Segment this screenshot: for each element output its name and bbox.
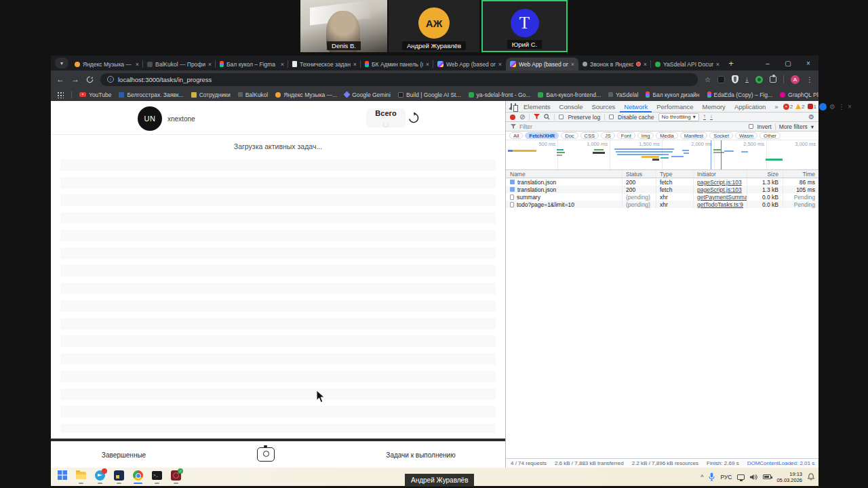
- invert-checkbox[interactable]: [749, 124, 753, 129]
- tab-yandex-music[interactable]: Яндекс Музыка — с×: [71, 58, 143, 70]
- video-tile-denis[interactable]: Denis B.: [300, 0, 387, 52]
- bookmark-belgosstrah[interactable]: Белгосстрах. Заявк...: [119, 92, 183, 98]
- filter-pill-fetch-xhr[interactable]: Fetch/XHR: [525, 132, 559, 139]
- devtools-tab-console[interactable]: Console: [555, 101, 587, 113]
- filter-funnel-icon[interactable]: [534, 114, 540, 120]
- devtools-tab-elements[interactable]: Elements: [519, 101, 555, 113]
- tab-balkukol-profile[interactable]: BalKukol — Профиль×: [143, 58, 216, 70]
- filter-pill-media[interactable]: Media: [656, 132, 677, 139]
- inspect-element-icon[interactable]: [511, 103, 512, 110]
- more-filters-button[interactable]: More filters: [779, 123, 808, 130]
- filter-pill-doc[interactable]: Doc: [561, 132, 578, 139]
- tab-close-icon[interactable]: ×: [281, 61, 284, 68]
- side-panel-icon[interactable]: [717, 76, 725, 83]
- disable-cache-checkbox[interactable]: [609, 115, 614, 119]
- bookmark-bal-kukol-frontend[interactable]: Бал-кукол-frontend...: [538, 92, 601, 98]
- filter-input[interactable]: Filter: [519, 123, 745, 130]
- extension-icon[interactable]: [755, 76, 763, 83]
- request-row[interactable]: summary (pending) xhr getPaymentSummary.…: [506, 193, 818, 201]
- terminal-button[interactable]: >_: [151, 470, 163, 484]
- request-row[interactable]: todo?page=1&limit=10 (pending) xhr getTo…: [506, 201, 818, 208]
- devtools-tab-performance[interactable]: Performance: [652, 101, 697, 113]
- bookmark-ya-sdelal-front[interactable]: ya-sdelal-front - Go...: [469, 92, 531, 98]
- window-close-button[interactable]: ×: [798, 56, 818, 70]
- column-size[interactable]: Size: [747, 170, 783, 178]
- initiator-link[interactable]: pageScript.js:103: [697, 186, 742, 193]
- bookmark-bal-kukol-design[interactable]: Бал кукол дизайн: [646, 92, 699, 98]
- clear-network-log-icon[interactable]: ⊘: [519, 114, 525, 121]
- bookmark-yasdelal[interactable]: YaSdelal: [608, 92, 638, 98]
- maximize-button[interactable]: ▢: [778, 56, 798, 70]
- profile-avatar[interactable]: A: [791, 75, 800, 84]
- request-row[interactable]: translation.json 200 fetch pageScript.js…: [506, 178, 818, 186]
- start-button[interactable]: [56, 470, 68, 484]
- file-explorer-button[interactable]: [75, 470, 87, 484]
- tab-yandex-call[interactable]: Звонок в Яндекс×: [578, 58, 651, 70]
- reload-button[interactable]: [86, 76, 94, 83]
- new-tab-button[interactable]: +: [724, 58, 738, 68]
- warning-badge[interactable]: 2: [795, 104, 804, 110]
- video-tile-yuriy-active-speaker[interactable]: T Юрий С.: [481, 0, 568, 52]
- devtools-settings-icon[interactable]: ⚙: [829, 103, 835, 110]
- export-har-icon[interactable]: ↓: [710, 114, 713, 120]
- taskbar-clock[interactable]: 19:13 05.03.2026: [776, 471, 802, 483]
- devtools-tab-network[interactable]: Network: [620, 101, 652, 113]
- video-tile-andrey[interactable]: АЖ Андрей Журавлёв: [389, 0, 479, 52]
- tab-web-app-active[interactable]: Web App (based on×: [506, 58, 578, 70]
- display-icon[interactable]: [737, 474, 745, 480]
- tab-tech-spec[interactable]: Техническое задани×: [288, 58, 361, 70]
- record-button[interactable]: [510, 115, 515, 120]
- initiator-link[interactable]: getPaymentSummary.ts:31: [697, 194, 747, 201]
- request-row[interactable]: translation.json 200 fetch pageScript.js…: [506, 186, 818, 193]
- tab-close-icon[interactable]: ×: [208, 61, 212, 68]
- telegram-button[interactable]: [94, 470, 106, 484]
- preserve-log-checkbox[interactable]: [559, 115, 564, 119]
- sync-icon[interactable]: [819, 103, 827, 110]
- filter-pill-wasm[interactable]: Wasm: [735, 132, 757, 139]
- devtools-close-icon[interactable]: ×: [848, 103, 852, 110]
- devtools-tab-sources[interactable]: Sources: [587, 101, 619, 113]
- apps-grid-icon[interactable]: [57, 92, 64, 98]
- tab-figma-bal-kukol[interactable]: Бал кукол – Figma×: [216, 58, 288, 70]
- filter-pill-socket[interactable]: Socket: [709, 132, 733, 139]
- error-badge[interactable]: ×2: [783, 104, 793, 110]
- column-status[interactable]: Status: [622, 170, 656, 178]
- filter-pill-css[interactable]: CSS: [580, 132, 599, 139]
- nav-completed[interactable]: Завершенные: [92, 451, 156, 459]
- bookmark-google-ai[interactable]: Build | Google AI St...: [398, 92, 461, 98]
- adblock-extension-icon[interactable]: [732, 75, 738, 83]
- initiator-link[interactable]: getTodoTasks.ts:9: [697, 201, 743, 208]
- camera-icon[interactable]: [257, 447, 275, 462]
- initiator-link[interactable]: pageScript.js:103: [697, 179, 742, 186]
- search-icon[interactable]: [544, 114, 550, 120]
- tab-close-icon[interactable]: ×: [426, 61, 429, 68]
- network-timeline-overview[interactable]: 500 ms 1,000 ms 1,500 ms 2,000 ms 2,500 …: [506, 140, 818, 170]
- filter-pill-img[interactable]: Img: [637, 132, 654, 139]
- column-initiator[interactable]: Initiator: [693, 170, 747, 178]
- minimize-button[interactable]: –: [757, 56, 778, 70]
- bookmark-graphql-playground[interactable]: GraphQL Playground: [780, 92, 818, 98]
- filter-pill-js[interactable]: JS: [601, 132, 615, 139]
- tab-close-icon[interactable]: ×: [644, 61, 647, 68]
- microphone-icon[interactable]: [709, 472, 715, 481]
- filter-pill-manifest[interactable]: Manifest: [680, 132, 707, 139]
- bookmark-edaeda[interactable]: EdaEda (Copy) – Fig...: [707, 92, 772, 98]
- device-toolbar-icon[interactable]: [515, 103, 516, 110]
- back-button[interactable]: ←: [56, 75, 64, 83]
- devtools-menu-icon[interactable]: ⋮: [838, 103, 845, 110]
- tab-web-app-1[interactable]: Web App (based on×: [433, 58, 506, 70]
- filter-pill-font[interactable]: Font: [617, 132, 635, 139]
- tray-expand-chevron[interactable]: ^: [701, 474, 703, 481]
- chrome-button[interactable]: [132, 470, 144, 484]
- bookmark-sotrudniki[interactable]: Сотрудники: [191, 92, 231, 98]
- devtools-tab-application[interactable]: Application: [730, 101, 770, 113]
- devtools-tab-memory[interactable]: Memory: [698, 101, 730, 113]
- column-time[interactable]: Time: [783, 170, 819, 178]
- language-indicator[interactable]: РУС: [720, 474, 732, 481]
- column-name[interactable]: Name: [506, 171, 622, 178]
- network-settings-icon[interactable]: ⚙: [808, 113, 814, 121]
- bookmark-balkukol[interactable]: BalKukol: [238, 92, 269, 98]
- bookmark-yandex-music[interactable]: Яндекс Музыка —...: [275, 92, 337, 98]
- bookmark-gemini[interactable]: Google Gemini: [344, 92, 391, 98]
- devtools-tabs-overflow[interactable]: »: [770, 101, 782, 113]
